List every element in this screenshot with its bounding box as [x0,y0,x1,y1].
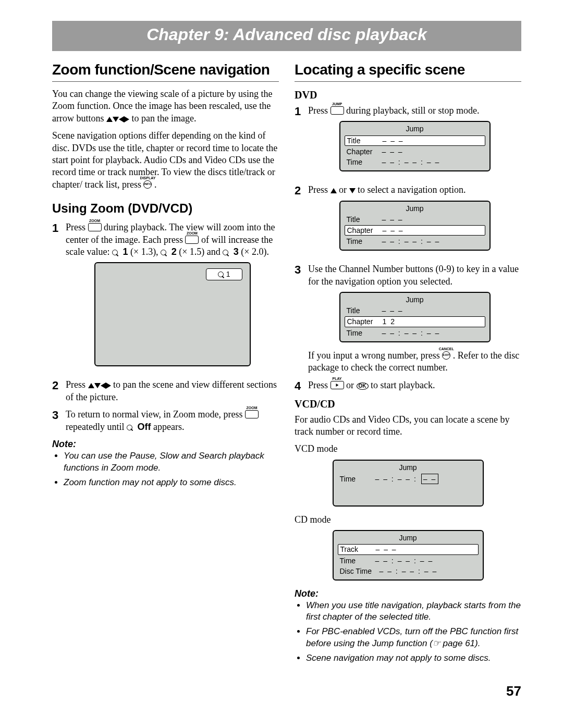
locate-step-1: 1 Press JUMP during playback, still or s… [295,105,521,179]
two-column-layout: Zoom function/Scene navigation You can c… [52,60,521,667]
play-label: PLAY [333,376,342,381]
step-number: 4 [295,379,308,392]
note-heading: Note: [295,588,521,600]
zoom-button-label: ZOOM [187,231,198,236]
zoom-step-3: 3 To return to normal view, in Zoom mode… [52,409,279,433]
dvd-heading: DVD [295,88,521,102]
osd-row-title: Title – – – [345,305,485,316]
magnifier-icon [218,270,226,278]
r-step2-a: Press [308,184,331,195]
r-step4-b: or [346,380,357,390]
osd-jump-1: Jump Title – – – Chapter – – – [339,121,491,171]
cancel-label: CANCEL [439,347,454,351]
arrow-down-icon [349,188,356,193]
osd-val-title: – – – [382,306,485,315]
arrow-up-icon [331,188,337,193]
osd-val-time: – – : – – : – – [382,237,485,246]
osd-jump-title: Jump [345,295,485,304]
osd-vcd: Jump Time – – : – – : – – [333,460,484,507]
arrow-up-icon [88,383,94,388]
scale1-mult: (× 1.3), [128,246,161,257]
osd-jump-title: Jump [345,124,485,133]
wrong-a: If you input a wrong number, press [308,350,442,361]
osd-row-time: Time – – : – – : – – [338,556,479,566]
osd-jump-title: Jump [345,204,485,213]
zoom-button-icon: ZOOM [185,236,199,244]
osd-label-time: Time [345,157,382,167]
zoom-step-1: 1 Press ZOOM during playback. The view w… [52,221,279,374]
subsection-using-zoom: Using Zoom (DVD/VCD) [52,200,279,216]
osd-label-track: Track [338,545,376,554]
jump-button-label: JUMP [332,102,342,106]
osd-val-disc-time: – – : – – : – – [380,566,479,576]
step-number: 3 [52,409,66,421]
chapter-banner: Chapter 9: Advanced disc playback [52,21,521,51]
exit-label: EXIT [443,353,450,357]
ok-button-icon: OK [357,382,369,390]
scale-3: 3 [234,246,239,257]
arrow-up-icon [106,117,113,122]
step-number: 2 [295,184,308,196]
play-button-icon: PLAY [331,381,344,389]
intro1-text-b: to pan the image. [131,113,196,124]
osd-jump-title: Jump [338,533,479,542]
osd-label-time: Time [338,556,375,565]
locate-notes: When you use title navigation, playback … [295,600,521,663]
osd-label-title: Title [345,136,383,145]
osd-row-chapter: Chapter 1 2 [345,316,485,327]
osd-zoom-indicator: 1 [206,268,242,280]
osd-val-time: – – : – – : – – [382,157,485,167]
osd-jump-2: Jump Title – – – Chapter – – – [339,201,491,251]
note-item: Zoom function may not apply to some disc… [64,477,279,488]
note-item: Scene navigation may not apply to some d… [306,652,521,664]
step2-a: Press [66,379,88,390]
osd-label-disc-time: Disc Time [338,566,380,576]
r-step2-c: to select a navigation option. [358,184,466,195]
r-step1-b: during playback, still or stop mode. [346,105,479,116]
osd-row-time: Time – – : – – : – – [338,473,479,485]
osd-label-time: Time [345,237,382,246]
osd-val-chapter: – – – [383,226,485,235]
osd-label-title: Title [345,215,382,224]
scale-2: 2 [172,246,177,257]
intro-paragraph-2: Scene navigation options differ dependin… [52,130,279,191]
r-step4-c: to start playback. [371,380,435,390]
step-number: 1 [52,221,66,234]
locate-steps: 1 Press JUMP during playback, still or s… [295,105,521,392]
locate-step-4: 4 Press PLAY or OK to start playback. [295,379,521,392]
osd-val-time: – – : – – : – – [375,556,479,565]
note-item: You can use the Pause, Slow and Search p… [64,450,279,473]
zoom-button-icon: ZOOM [245,410,259,418]
step3-b: repeatedly until [66,422,127,432]
magnifier-icon [127,422,135,432]
zoom-step-2: 2 Press to pan the scene and view differ… [52,379,279,403]
vcd-mode-label: VCD mode [295,443,521,455]
r-step4-a: Press [308,380,331,390]
scale2-mult: (× 1.5) and [177,246,223,257]
left-column: Zoom function/Scene navigation You can c… [52,60,279,667]
osd-label-title: Title [345,306,382,315]
step-body: Press JUMP during playback, still or sto… [308,105,521,179]
play-triangle-icon [336,384,338,387]
zoom-button-label: ZOOM [89,218,100,223]
osd-val-title: – – – [382,215,485,224]
vcd-time-prefix: – – : – – : [375,475,417,483]
page-number: 57 [52,683,521,700]
step-number: 3 [295,263,308,276]
osd-row-time: Time – – : – – : – – [345,328,485,338]
step3-a: To return to normal view, in Zoom mode, … [66,409,245,419]
note-heading: Note: [52,438,279,450]
locate-step-2: 2 Press or to select a navigation option… [295,184,521,258]
intro2-text-a: Scene navigation options differ dependin… [52,130,277,190]
arrow-right-icon [106,382,111,389]
cancel-exit-button-icon: CANCEL EXIT [442,351,450,360]
r-step3: Use the Channel Number buttons (0-9) to … [308,264,519,286]
scale3-mult: (× 2.0). [239,246,269,257]
osd-val-track: – – – [376,545,478,554]
section-zoom-nav: Zoom function/Scene navigation [52,60,279,82]
osd-label-chapter: Chapter [345,147,382,156]
intro2-text-b: . [154,179,157,190]
osd-row-disc-time: Disc Time – – : – – : – – [338,566,479,576]
osd-row-chapter: Chapter – – – [345,146,485,157]
r-step1-a: Press [308,105,331,116]
